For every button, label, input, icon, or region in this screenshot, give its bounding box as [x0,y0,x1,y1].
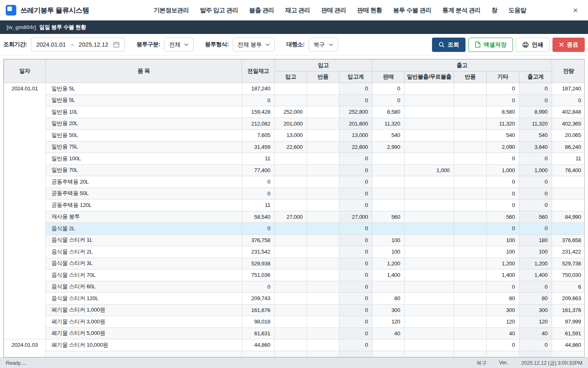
value-cell[interactable]: 750,030 [552,269,585,281]
value-cell[interactable] [275,234,307,246]
value-cell[interactable] [275,83,307,95]
value-cell[interactable] [372,351,405,357]
menu-item-1[interactable]: 기본정보관리 [154,7,189,14]
value-cell[interactable] [307,281,339,293]
value-cell[interactable] [307,94,339,106]
value-cell[interactable] [307,211,339,223]
value-cell[interactable] [275,316,307,328]
menu-item-5[interactable]: 판매 관리 [321,7,346,14]
value-cell[interactable]: 27,000 [339,211,372,223]
value-cell[interactable] [454,94,487,106]
value-cell[interactable]: 0 [372,83,405,95]
excel-save-button[interactable]: 엑셀저장 [468,38,513,52]
value-cell[interactable]: 0 [242,281,275,293]
value-cell[interactable]: 0 [487,83,519,95]
value-cell[interactable] [454,211,487,223]
value-cell[interactable]: 0 [339,164,372,176]
menu-item-4[interactable]: 재고 관리 [285,7,310,14]
value-cell[interactable]: 1,400 [372,269,405,281]
value-cell[interactable]: 100 [519,246,552,258]
table-row[interactable]: 음식물 스티커 2L231,5420100100100231,422 [4,246,585,258]
calendar-icon[interactable] [113,41,120,48]
exit-button[interactable]: 종료 [552,38,585,52]
table-row[interactable]: 일반용 100L1100011 [4,153,585,165]
value-cell[interactable]: 0 [372,94,405,106]
value-cell[interactable] [372,153,405,165]
value-cell[interactable]: 212,082 [242,118,275,130]
value-cell[interactable]: 80 [487,293,519,305]
item-cell[interactable]: 음식물 스티커 70L [46,269,242,281]
value-cell[interactable]: 0 [487,223,519,235]
date-from-field[interactable]: 2024.01.01 [36,41,66,48]
value-cell[interactable]: 180 [519,234,552,246]
value-cell[interactable]: 1,200 [487,258,519,269]
value-cell[interactable] [405,118,454,130]
value-cell[interactable]: 231,542 [242,246,275,258]
value-cell[interactable]: 0 [487,176,519,188]
value-cell[interactable]: 0 [519,223,552,235]
value-cell[interactable]: 1,200 [519,258,552,269]
value-cell[interactable]: 27,000 [275,211,307,223]
value-cell[interactable]: 120 [519,316,552,328]
item-cell[interactable]: 재사용 봉투 [46,211,242,223]
value-cell[interactable]: 120 [487,316,519,328]
value-cell[interactable]: 0 [339,246,372,258]
value-cell[interactable] [487,351,519,357]
value-cell[interactable]: 40 [372,328,405,339]
value-cell[interactable] [454,339,487,351]
value-cell[interactable]: 0 [339,316,372,328]
value-cell[interactable] [307,293,339,305]
value-cell[interactable]: 0 [242,94,275,106]
value-cell[interactable]: 0 [339,153,372,165]
value-cell[interactable] [405,130,454,141]
value-cell[interactable] [275,246,307,258]
value-cell[interactable]: 0 [519,94,552,106]
value-cell[interactable] [405,234,454,246]
value-cell[interactable] [405,328,454,339]
value-cell[interactable] [454,164,487,176]
table-row[interactable]: 일반용 20L212,082201,000201,60011,32011,320… [4,118,585,130]
item-cell[interactable]: 일반용 50L [46,130,242,141]
table-row[interactable]: 일반용 50L7,60513,00013,00054054054020,065 [4,130,585,141]
value-cell[interactable]: 529,938 [242,258,275,269]
value-cell[interactable] [405,153,454,165]
value-cell[interactable] [454,293,487,305]
value-cell[interactable]: 11 [242,153,275,165]
menu-item-3[interactable]: 불출 관리 [249,7,274,14]
value-cell[interactable]: 0 [339,293,372,305]
value-cell[interactable] [454,141,487,153]
value-cell[interactable] [405,316,454,328]
value-cell[interactable]: 0 [339,328,372,339]
value-cell[interactable] [552,176,585,188]
value-cell[interactable]: 0 [339,269,372,281]
value-cell[interactable] [307,328,339,339]
value-cell[interactable]: 540 [487,130,519,141]
value-cell[interactable]: 0 [487,281,519,293]
item-cell[interactable]: 폐기물 스티커 10,000원 [46,339,242,351]
value-cell[interactable]: 540 [519,130,552,141]
value-cell[interactable] [307,223,339,235]
value-cell[interactable]: 300 [372,304,405,316]
value-cell[interactable] [454,234,487,246]
item-cell[interactable]: 폐기물 스티커 5,000원 [46,328,242,339]
value-cell[interactable]: 11 [552,153,585,165]
value-cell[interactable] [405,94,454,106]
value-cell[interactable] [405,246,454,258]
value-cell[interactable]: 77,400 [242,164,275,176]
value-cell[interactable]: 1,200 [372,258,405,269]
value-cell[interactable] [552,188,585,200]
value-cell[interactable]: 61,631 [242,328,275,339]
value-cell[interactable] [307,351,339,357]
value-cell[interactable]: 1,400 [519,269,552,281]
value-cell[interactable]: 560 [519,211,552,223]
value-cell[interactable]: 1,000 [519,164,552,176]
table-row[interactable]: 일반용 10L159,428252,000252,8008,5808,5808,… [4,106,585,118]
value-cell[interactable] [307,164,339,176]
menu-item-7[interactable]: 봉투 수불 관리 [393,7,432,14]
value-cell[interactable] [454,328,487,339]
value-cell[interactable] [405,339,454,351]
value-cell[interactable]: 161,676 [242,304,275,316]
value-cell[interactable]: 209,743 [242,293,275,305]
value-cell[interactable]: 22,600 [275,141,307,153]
window-close-icon[interactable]: ✕ [570,6,581,15]
